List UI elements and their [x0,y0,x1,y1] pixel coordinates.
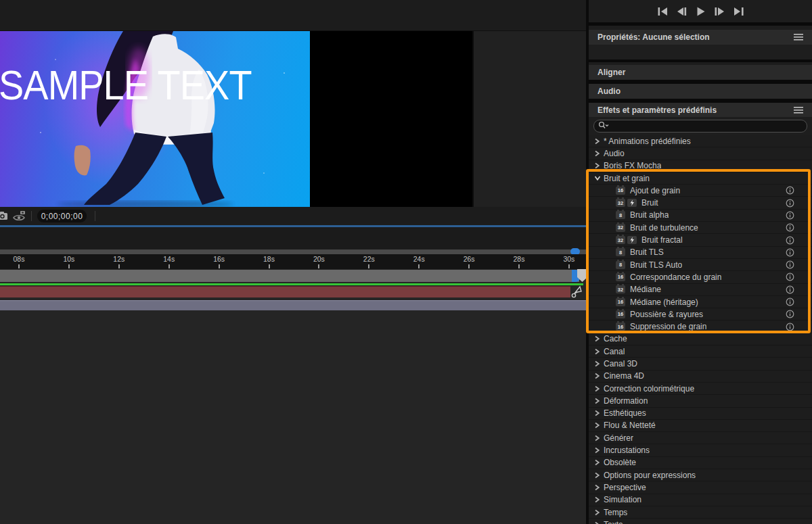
bit-depth-badge-8: 8 [616,261,625,269]
effect-ajout-de-grain[interactable]: 16Ajout de grain [589,185,812,197]
category-label: Simulation [604,495,641,504]
chevron-right-icon[interactable] [594,521,602,524]
time-ruler[interactable]: 08s10s12s14s16s18s20s22s24s26s28s30s [0,254,586,269]
effect-bruit-de-turbulence[interactable]: 32Bruit de turbulence [589,222,812,234]
ruler-tick-mark [219,264,220,268]
chevron-right-icon[interactable] [594,509,602,516]
effect-bruit-tls[interactable]: 8Bruit TLS [589,247,812,259]
panel-menu-icon[interactable] [794,107,803,114]
show-last-snapshot-eye-icon[interactable] [13,210,26,224]
info-icon[interactable] [786,260,794,269]
info-icon[interactable] [786,323,794,331]
category-label: Obsolète [604,458,636,467]
effect-bruit[interactable]: 32Bruit [589,197,812,209]
info-icon[interactable] [786,248,794,257]
category-texte[interactable]: Texte [589,519,812,524]
chevron-right-icon[interactable] [594,484,602,491]
chevron-right-icon[interactable] [594,472,602,479]
composition-background [310,31,472,207]
info-icon[interactable] [786,236,794,245]
chevron-right-icon[interactable] [594,348,602,355]
ruler-tick-label: 14s [163,255,175,263]
chevron-right-icon[interactable] [594,360,602,367]
category-canal[interactable]: Canal [589,346,812,358]
info-icon[interactable] [786,186,794,195]
current-time-display[interactable]: 0;00;00;00 [37,210,87,222]
panel-menu-icon[interactable] [794,34,803,41]
ruler-tick-label: 22s [363,255,375,263]
effect-m-diane[interactable]: 32Médiane [589,284,812,296]
chevron-right-icon[interactable] [594,162,602,169]
timeline-scrollbar-track[interactable] [0,249,586,254]
properties-panel-header[interactable]: Propriétés: Aucune sélection [589,30,812,45]
ruler-tick-mark [418,264,420,268]
category-label: Cinema 4D [604,371,644,381]
ruler-tick-mark [18,264,20,268]
chevron-right-icon[interactable] [594,335,602,342]
chevron-right-icon[interactable] [594,150,602,157]
category-perspective[interactable]: Perspective [589,481,812,494]
viewer-pasteboard [472,31,586,207]
category-g-n-rer[interactable]: Générer [589,432,812,444]
chevron-down-icon[interactable] [594,175,602,181]
category-canal-3d[interactable]: Canal 3D [589,358,812,370]
go-to-first-frame-button[interactable] [656,6,669,17]
effect-bruit-alpha[interactable]: 8Bruit alpha [589,210,812,222]
toolbar-divider [95,211,95,221]
play-button[interactable] [694,6,707,17]
effect-label: Suppression de grain [630,322,706,331]
preview-transport-controls [589,0,812,26]
chevron-right-icon[interactable] [594,447,602,454]
align-panel-header[interactable]: Aligner [589,65,812,80]
effect-poussi-re-rayures[interactable]: 16Poussière & rayures [589,308,812,320]
category-cinema-4d[interactable]: Cinema 4D [589,371,812,383]
viewer-toolbar: 0;00;00;00 [0,207,586,225]
chevron-right-icon[interactable] [594,435,602,442]
category-options-pour-expressions[interactable]: Options pour expressions [589,469,812,481]
info-icon[interactable] [786,310,794,318]
category-esth-tiques[interactable]: Esthétiques [589,408,812,420]
category-temps[interactable]: Temps [589,506,812,519]
category-boris-fx-mocha[interactable]: Boris FX Mocha [589,160,812,172]
audio-panel-header[interactable]: Audio [589,84,812,99]
time-navigator-band[interactable] [0,270,579,282]
next-frame-button[interactable] [713,6,726,17]
category-obsol-te[interactable]: Obsolète [589,457,812,469]
info-icon[interactable] [786,223,794,232]
effect-bruit-tls-auto[interactable]: 8Bruit TLS Auto [589,259,812,271]
effect-suppression-de-grain[interactable]: 16Suppression de grain [589,320,812,333]
effect-bruit-fractal[interactable]: 32Bruit fractal [589,234,812,246]
chevron-right-icon[interactable] [594,422,602,429]
category-correction-colorim-trique[interactable]: Correction colorimétrique [589,383,812,395]
effects-presets-panel-header[interactable]: Effets et paramètres prédéfinis [589,103,812,118]
category-d-formation[interactable]: Déformation [589,395,812,407]
category-incrustations[interactable]: Incrustations [589,444,812,456]
info-icon[interactable] [786,199,794,208]
info-icon[interactable] [786,285,794,294]
category-animations-pr-d-finies[interactable]: * Animations prédéfinies [589,135,812,147]
chevron-right-icon[interactable] [594,459,602,466]
effects-search-box[interactable] [593,120,807,133]
chevron-right-icon[interactable] [594,398,602,404]
info-icon[interactable] [786,211,794,220]
audio-panel-title: Audio [597,87,621,96]
effects-search-input[interactable] [612,122,803,130]
category-audio[interactable]: Audio [589,147,812,160]
chevron-right-icon[interactable] [594,410,602,416]
category-bruit-et-grain[interactable]: Bruit et grain [589,172,812,185]
snapshot-camera-icon[interactable] [0,210,9,224]
category-simulation[interactable]: Simulation [589,494,812,506]
effect-m-diane-h-ritage[interactable]: 16Médiane (héritage) [589,296,812,308]
category-flou-nettet[interactable]: Flou & Netteté [589,420,812,432]
go-to-last-frame-button[interactable] [731,6,745,17]
info-icon[interactable] [786,297,794,306]
chevron-right-icon[interactable] [594,373,602,379]
ruler-tick-label: 10s [63,255,74,263]
chevron-right-icon[interactable] [594,138,602,145]
previous-frame-button[interactable] [675,6,688,17]
chevron-right-icon[interactable] [594,385,602,392]
effect-correspondance-du-grain[interactable]: 16Correspondance du grain [589,271,812,283]
info-icon[interactable] [786,272,794,281]
category-cache[interactable]: Cache [589,333,812,346]
chevron-right-icon[interactable] [594,496,602,503]
